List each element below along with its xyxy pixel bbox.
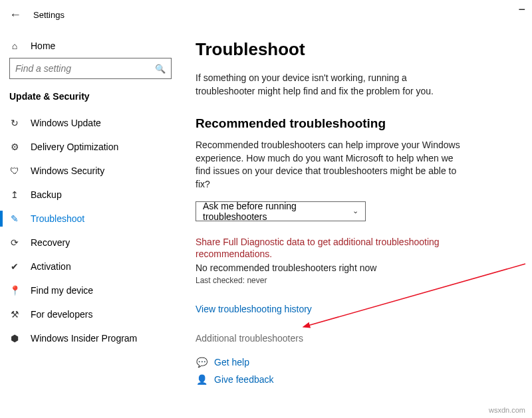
sidebar-item-troubleshoot[interactable]: ✎Troubleshoot (9, 207, 172, 231)
insider-icon: ⬢ (9, 333, 20, 344)
last-checked-text: Last checked: never (196, 276, 516, 285)
dropdown-value: Ask me before running troubleshooters (203, 201, 352, 222)
no-recommended-text: No recommended troubleshooters right now (196, 262, 516, 273)
delivery-icon: ⚙ (9, 142, 20, 152)
sidebar-item-label: Recovery (31, 237, 70, 248)
sidebar-item-for-developers[interactable]: ⚒For developers (9, 302, 172, 326)
main-content: Troubleshoot If something on your device… (181, 29, 532, 418)
findmydevice-icon: 📍 (9, 285, 20, 296)
activation-icon: ✔ (9, 261, 20, 272)
sidebar-item-backup[interactable]: ↥Backup (9, 183, 172, 207)
developers-icon: ⚒ (9, 309, 20, 320)
home-nav[interactable]: ⌂ Home (9, 35, 172, 58)
recovery-icon: ⟳ (9, 237, 20, 248)
troubleshoot-dropdown[interactable]: Ask me before running troubleshooters ⌄ (196, 201, 366, 221)
feedback-icon: 👤 (196, 374, 207, 385)
page-title: Troubleshoot (196, 39, 516, 60)
chevron-down-icon: ⌄ (352, 207, 358, 215)
diagnostic-warning: Share Full Diagnostic data to get additi… (196, 236, 462, 260)
give-feedback-link[interactable]: Give feedback (214, 374, 274, 385)
recommended-text: Recommended troubleshooters can help imp… (196, 139, 462, 191)
watermark: wsxdn.com (489, 406, 525, 414)
app-title: Settings (33, 10, 65, 20)
search-icon: 🔍 (155, 64, 166, 74)
sidebar-item-label: Troubleshoot (31, 213, 84, 224)
home-icon: ⌂ (9, 41, 20, 51)
section-title: Update & Security (9, 91, 172, 102)
sidebar-item-find-my-device[interactable]: 📍Find my device (9, 278, 172, 302)
get-help-link[interactable]: Get help (214, 357, 249, 367)
intro-text: If something on your device isn't workin… (196, 72, 462, 98)
chat-icon: 💬 (196, 357, 207, 367)
sync-icon: ↻ (9, 118, 20, 128)
history-link[interactable]: View troubleshooting history (196, 304, 516, 314)
sidebar-item-label: Windows Update (31, 118, 101, 128)
sidebar-item-windows-security[interactable]: 🛡Windows Security (9, 159, 172, 183)
sidebar-item-label: Delivery Optimization (31, 142, 118, 152)
sidebar-item-label: Windows Security (31, 165, 104, 176)
home-label: Home (31, 41, 55, 51)
sidebar-item-label: Windows Insider Program (31, 333, 137, 344)
sidebar-item-label: Find my device (31, 285, 93, 296)
backup-icon: ↥ (9, 189, 20, 200)
additional-troubleshooters-link[interactable]: Additional troubleshooters (196, 333, 516, 344)
shield-icon: 🛡 (9, 165, 20, 176)
troubleshoot-icon: ✎ (9, 213, 20, 224)
recommended-heading: Recommended troubleshooting (196, 116, 516, 131)
sidebar-item-label: Backup (31, 189, 62, 200)
sidebar-item-windows-insider-program[interactable]: ⬢Windows Insider Program (9, 326, 172, 350)
sidebar-item-recovery[interactable]: ⟳Recovery (9, 231, 172, 255)
back-button[interactable]: ← (9, 8, 21, 22)
search-input-container[interactable]: 🔍 (9, 58, 172, 79)
sidebar-item-label: For developers (31, 309, 92, 320)
search-input[interactable] (15, 63, 155, 74)
sidebar-item-label: Activation (31, 261, 71, 272)
minimize-button[interactable]: − (518, 3, 525, 17)
sidebar-item-delivery-optimization[interactable]: ⚙Delivery Optimization (9, 135, 172, 159)
sidebar-item-activation[interactable]: ✔Activation (9, 255, 172, 278)
sidebar: ⌂ Home 🔍 Update & Security ↻Windows Upda… (0, 29, 181, 418)
sidebar-item-windows-update[interactable]: ↻Windows Update (9, 111, 172, 135)
